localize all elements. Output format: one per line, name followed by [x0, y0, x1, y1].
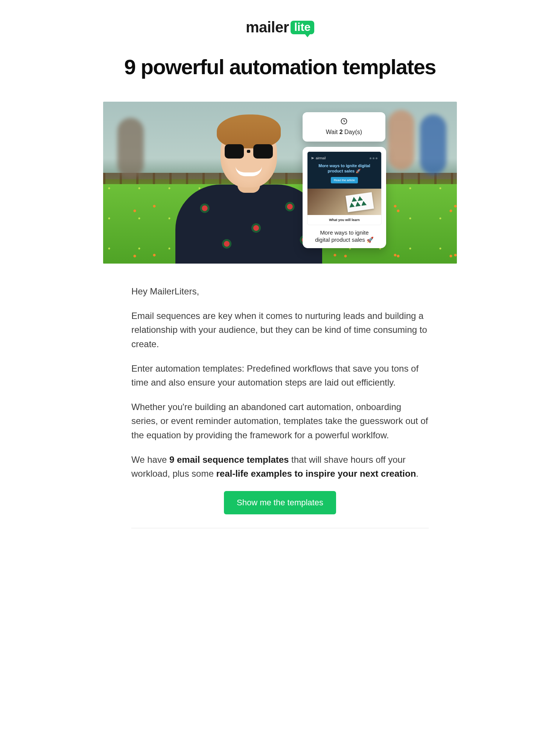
paragraph-2: Enter automation templates: Predefined w… [131, 361, 429, 389]
hero-person [181, 113, 317, 264]
email-preview-image [307, 189, 381, 215]
wait-step-text: Wait 2 Day(s) [306, 129, 382, 136]
page-title: 9 powerful automation templates [103, 55, 457, 79]
window-controls-icon [370, 157, 377, 159]
email-body: Hey MailerLiters, Email sequences are ke… [131, 284, 429, 480]
paragraph-3: Whether you're building an abandoned car… [131, 400, 429, 442]
logo-badge-lite: lite [291, 21, 314, 34]
email-step-card: airmail More ways to ignite digital prod… [303, 147, 386, 248]
paragraph-4: We have 9 email sequence templates that … [131, 453, 429, 480]
email-preview-caption: What you will learn [307, 215, 381, 225]
email-preview-button: Read the article [331, 177, 358, 183]
greeting: Hey MailerLiters, [131, 284, 429, 298]
hero-image: Wait 2 Day(s) airmail More ways to ignit… [103, 102, 457, 264]
show-templates-button[interactable]: Show me the templates [224, 491, 336, 514]
email-card-caption: More ways to ignite digital product sale… [307, 229, 382, 244]
logo-text-mailer: mailer [246, 19, 289, 36]
wait-step-card: Wait 2 Day(s) [303, 112, 385, 142]
email-preview-brand: airmail [311, 156, 326, 160]
logo: mailer lite [103, 19, 457, 36]
clock-icon [340, 117, 348, 127]
divider [131, 528, 429, 528]
email-preview-headline: More ways to ignite digital product sale… [311, 163, 377, 174]
paragraph-1: Email sequences are key when it comes to… [131, 309, 429, 351]
